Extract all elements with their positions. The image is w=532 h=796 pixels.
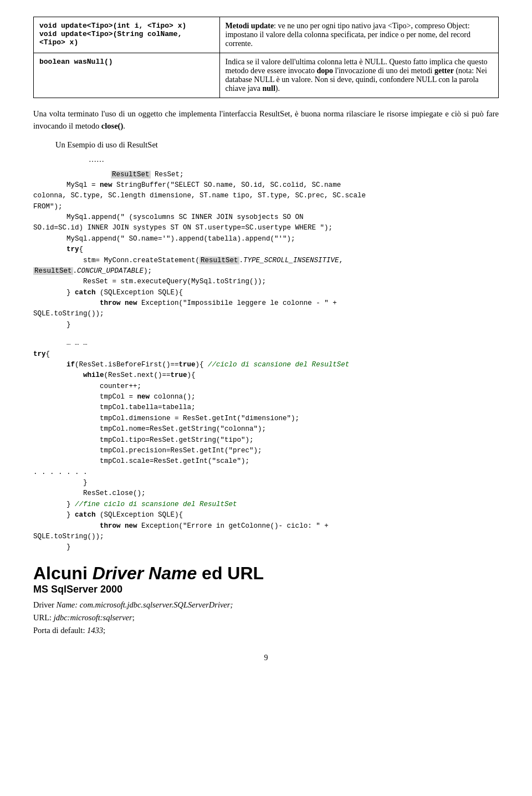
heading-main-italic: Driver Name xyxy=(93,563,197,583)
api-table: void update<Tipo>(int i, <Tipo> x) void … xyxy=(33,17,499,98)
heading-body: Driver Name: com.microsoft.jdbc.sqlserve… xyxy=(33,599,499,637)
url-label: URL: xyxy=(33,613,54,622)
table-row-update: void update<Tipo>(int i, <Tipo> x) void … xyxy=(34,17,499,53)
url-semicolon: ; xyxy=(132,613,135,622)
table-cell-update-sig: void update<Tipo>(int i, <Tipo> x) void … xyxy=(34,17,220,53)
heading-sub: MS SqlServer 2000 xyxy=(33,584,499,595)
example-title: Un Esempio di uso di ResultSet xyxy=(55,140,499,150)
heading-main-text: Alcuni xyxy=(33,563,93,583)
table-cell-wasnull-desc: Indica se il valore dell'ultima colonna … xyxy=(219,53,498,98)
heading-main-end: ed URL xyxy=(197,563,264,583)
porta-value-italic: 1433 xyxy=(87,626,103,635)
section-heading: Alcuni Driver Name ed URL MS SqlServer 2… xyxy=(33,563,499,637)
table-row-wasnull: boolean wasNull() Indica se il valore de… xyxy=(34,53,499,98)
ellipsis-1: …… xyxy=(89,155,499,164)
driver-label: Driver xyxy=(33,600,56,609)
table-cell-update-desc: Metodi update: ve ne uno per ogni tipo n… xyxy=(219,17,498,53)
porta-label: Porta di default: xyxy=(33,626,87,635)
heading-main: Alcuni Driver Name ed URL xyxy=(33,563,499,584)
page-number: 9 xyxy=(33,654,499,662)
driver-name-italic: Name: com.microsoft.jdbc.sqlserver.SQLSe… xyxy=(56,600,233,609)
code-block-1: ResultSet ResSet; MySql = new StringBuff… xyxy=(33,170,499,331)
body-paragraph: Una volta terminato l'uso di un oggetto … xyxy=(33,108,499,132)
porta-semicolon: ; xyxy=(103,626,105,635)
url-value-italic: jdbc:microsoft:sqlserver xyxy=(54,613,132,622)
code-block-2: … … … try{ if(ResSet.isBeforeFirst()==tr… xyxy=(33,338,499,553)
table-cell-wasnull-sig: boolean wasNull() xyxy=(34,53,220,98)
